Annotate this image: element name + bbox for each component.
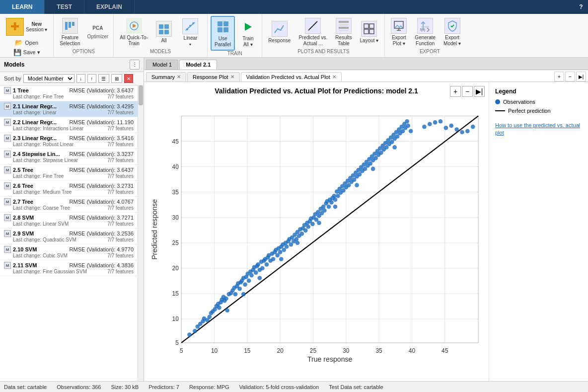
svg-point-110	[271, 257, 276, 261]
generate-function-button[interactable]: f(x) GenerateFunction	[412, 16, 439, 49]
all-quick-to-train-button[interactable]: All Quick-To-Train	[117, 16, 151, 49]
view-tab-validation-plot[interactable]: Validation Predicted vs. Actual Plot ✕	[241, 72, 342, 81]
status-bar: Data set: cartable Observations: 366 Siz…	[0, 381, 588, 392]
model-item-2.6[interactable]: M 2.6 Tree RMSE (Validation): 3.2731 Las…	[0, 181, 138, 197]
svg-text:10: 10	[172, 316, 179, 323]
svg-rect-0	[65, 22, 68, 30]
response-button[interactable]: Response	[265, 19, 294, 46]
model-item-2.1[interactable]: M 2.1 Linear Regr... RMSE (Validation): …	[0, 101, 138, 117]
model-item-2.10[interactable]: M 2.10 SVM RMSE (Validation): 4.9770 Las…	[0, 244, 138, 260]
svg-point-212	[241, 292, 246, 297]
nav-tab-learn[interactable]: LEARN	[0, 0, 45, 14]
legend-help-link[interactable]: How to use the predicted vs. actual plot	[495, 122, 582, 137]
svg-text:25: 25	[172, 239, 179, 246]
view-tab-response-plot[interactable]: Response Plot ✕	[187, 72, 240, 81]
model-item-2.11[interactable]: M 2.11 SVM RMSE (Validation): 4.3836 Las…	[0, 260, 138, 276]
model-icon: M	[4, 87, 11, 94]
svg-text:f(x): f(x)	[420, 28, 425, 32]
svg-point-153	[329, 200, 334, 205]
status-test-data: Test Data set: cartable	[329, 384, 383, 390]
view-grid-button[interactable]: ⊞	[111, 74, 122, 83]
close-validation-tab[interactable]: ✕	[332, 74, 336, 79]
layout-button[interactable]: Layout ▾	[357, 19, 382, 46]
svg-point-226	[444, 126, 448, 130]
model-icon: M	[4, 135, 11, 142]
delete-button[interactable]: ✕	[124, 74, 133, 83]
pca-button[interactable]: PCA	[85, 24, 111, 32]
svg-text:15: 15	[244, 347, 251, 354]
close-response-tab[interactable]: ✕	[230, 74, 234, 79]
export-model-button[interactable]: ExportModel ▾	[441, 16, 464, 49]
zoom-fit-button[interactable]: ▶|	[474, 86, 485, 97]
sort-select[interactable]: Model Number	[23, 74, 74, 83]
svg-rect-6	[164, 24, 169, 29]
zoom-out-button[interactable]: −	[462, 86, 473, 97]
svg-point-105	[265, 262, 269, 267]
svg-rect-24	[339, 24, 349, 26]
model-tab-1[interactable]: Model 1	[146, 60, 178, 70]
model-item-2.3[interactable]: M 2.3 Linear Regr... RMSE (Validation): …	[0, 133, 138, 149]
save-button[interactable]: 💾 Save ▾	[3, 48, 50, 57]
svg-point-115	[278, 250, 283, 254]
feature-selection-button[interactable]: FeatureSelection	[57, 16, 83, 49]
svg-point-224	[433, 120, 438, 125]
tab-nav-right[interactable]: −	[565, 72, 575, 81]
svg-text:30: 30	[172, 214, 179, 221]
content-area: Model 1 Model 2.1 Summary ✕ Response Plo…	[144, 58, 588, 381]
svg-point-89	[243, 282, 247, 287]
sidebar-controls: ⋮	[130, 60, 140, 70]
svg-rect-25	[339, 27, 349, 29]
nav-tabs: LEARN TEST EXPLAIN ?	[0, 0, 588, 14]
svg-rect-28	[369, 24, 374, 28]
model-item-1[interactable]: M 1 Tree RMSE (Validation): 3.6437 Last …	[0, 85, 138, 101]
zoom-in-button[interactable]: +	[450, 86, 461, 97]
open-button[interactable]: 📂 Open	[3, 38, 50, 47]
svg-point-85	[237, 287, 242, 291]
view-tab-summary[interactable]: Summary ✕	[146, 72, 186, 81]
model-item-2.8[interactable]: M 2.8 SVM RMSE (Validation): 3.7271 Last…	[0, 213, 138, 229]
sidebar: Models ⋮ Sort by Model Number ↓ ↑ ☰ ⊞ ✕ …	[0, 58, 144, 381]
svg-point-211	[225, 308, 229, 313]
optimizer-button[interactable]: Optimizer	[85, 33, 111, 40]
status-dataset: Data set: cartable	[4, 384, 47, 390]
nav-tab-test[interactable]: TEST	[45, 0, 84, 14]
options-section-label: OPTIONS	[57, 49, 110, 55]
svg-text:5: 5	[180, 347, 183, 354]
close-summary-tab[interactable]: ✕	[177, 74, 181, 79]
sort-desc-button[interactable]: ↑	[87, 74, 96, 83]
model-item-2.7[interactable]: M 2.7 Tree RMSE (Validation): 4.0767 Las…	[0, 197, 138, 213]
svg-point-77	[224, 296, 228, 301]
sort-asc-button[interactable]: ↓	[76, 74, 85, 83]
svg-text:35: 35	[375, 347, 382, 354]
model-item-2.2[interactable]: M 2.2 Linear Regr... RMSE (Validation): …	[0, 117, 138, 133]
view-list-button[interactable]: ☰	[98, 74, 109, 83]
predicted-vs-actual-button[interactable]: Predicted vs.Actual ...	[295, 16, 330, 49]
model-tab-21[interactable]: Model 2.1	[179, 60, 217, 70]
train-all-button[interactable]: TrainAll ▾	[237, 17, 259, 50]
new-session-button[interactable]: ✚ New Session ▾	[3, 16, 50, 38]
model-item-2.9[interactable]: M 2.9 SVM RMSE (Validation): 3.2536 Last…	[0, 229, 138, 244]
svg-point-151	[327, 205, 331, 209]
all-button[interactable]: All	[153, 19, 175, 46]
model-item-2.5[interactable]: M 2.5 Tree RMSE (Validation): 3.6437 Las…	[0, 165, 138, 181]
model-item-2.4[interactable]: M 2.4 Stepwise Lin... RMSE (Validation):…	[0, 149, 138, 165]
svg-point-134	[303, 229, 308, 233]
linear-button[interactable]: Linear ▾	[177, 16, 204, 49]
sidebar-header: Models ⋮	[0, 58, 144, 72]
model-icon: M	[4, 198, 11, 205]
svg-point-131	[299, 232, 304, 236]
use-parallel-button[interactable]: UseParallel	[211, 16, 235, 51]
scatter-plot-svg: 5 10 15 20 25 30 35 40 45 5 10	[149, 99, 484, 376]
nav-tab-explain[interactable]: EXPLAIN	[84, 0, 135, 14]
tab-nav-left[interactable]: +	[554, 72, 564, 81]
svg-point-231	[471, 125, 475, 129]
results-table-button[interactable]: ResultsTable	[332, 16, 355, 49]
tab-nav-last[interactable]: ▶|	[576, 72, 586, 81]
sidebar-menu-button[interactable]: ⋮	[130, 60, 140, 70]
export-plot-button[interactable]: ExportPlot ▾	[388, 16, 410, 49]
svg-point-148	[322, 208, 327, 213]
sidebar-scrollbar[interactable]	[138, 85, 144, 381]
svg-text:True response: True response	[307, 355, 353, 363]
svg-point-10	[186, 28, 188, 30]
help-button[interactable]: ?	[574, 0, 588, 14]
